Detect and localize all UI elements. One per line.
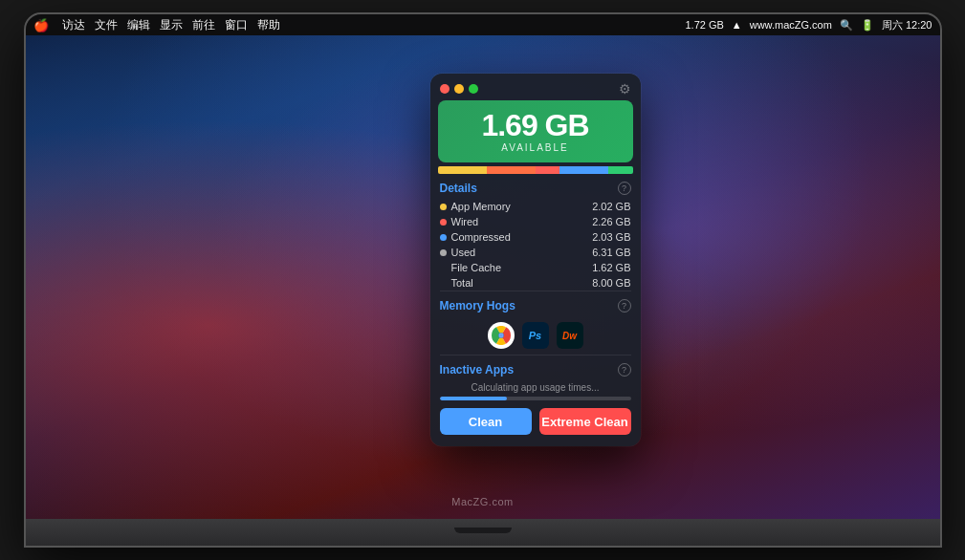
compressed-dot [440,234,447,241]
table-row: Used 6.31 GB [440,245,631,260]
maximize-button[interactable] [469,84,478,94]
table-row: App Memory 2.02 GB [440,199,631,214]
menubar-item-help[interactable]: 帮助 [257,17,280,33]
apple-icon[interactable]: 🍎 [33,18,49,32]
menubar-right: 1.72 GB ▲ www.macZG.com 🔍 🔋 周六 12:20 [685,18,932,32]
app-memory-value: 2.02 GB [592,201,630,212]
progress-fill [440,397,507,400]
calculating-text: Calculating app usage times... [430,380,641,397]
close-button[interactable] [440,84,450,94]
progress-track [440,397,631,400]
total-value: 8.00 GB [592,277,630,289]
button-row: Clean Extreme Clean [430,408,641,446]
extreme-clean-button[interactable]: Extreme Clean [539,408,631,435]
bar-green [608,166,633,174]
inactive-apps-help-icon[interactable]: ? [618,363,631,377]
progress-container [430,397,641,408]
hogs-icons: Ps Dw [430,316,641,355]
table-row: Total 8.00 GB [440,275,631,291]
menubar-time: 周六 12:20 [882,18,932,32]
screen: ⚙ 1.69 GB AVAILABLE Details ? [26,35,940,519]
chrome-app-icon[interactable] [488,322,515,349]
dreamweaver-app-icon[interactable]: Dw [557,322,583,349]
svg-point-5 [499,334,503,337]
menubar-item-goto[interactable]: 前往 [192,17,215,33]
app-memory-label: App Memory [440,201,511,212]
menubar-memory: 1.72 GB [685,19,723,31]
memory-label: AVAILABLE [448,142,624,153]
used-label: Used [440,247,476,258]
bar-red [536,166,560,174]
detail-rows: App Memory 2.02 GB Wired 2.26 GB Compres… [430,199,641,291]
menubar-battery-icon: 🔋 [861,19,874,32]
compressed-label: Compressed [440,231,511,243]
popup-titlebar: ⚙ [430,74,641,100]
wired-dot [440,219,447,226]
filecache-value: 1.62 GB [592,262,630,273]
filecache-label: File Cache [440,262,502,273]
memory-popup: ⚙ 1.69 GB AVAILABLE Details ? [430,74,641,446]
used-value: 6.31 GB [592,247,630,258]
memory-hogs-help-icon[interactable]: ? [618,299,631,312]
bar-blue [559,166,608,174]
details-help-icon[interactable]: ? [618,182,631,195]
gear-icon[interactable]: ⚙ [619,81,631,97]
total-label: Total [440,277,473,289]
memory-color-bar [438,166,633,174]
bar-orange [487,166,536,174]
photoshop-app-icon[interactable]: Ps [522,322,549,349]
menubar-search-icon[interactable]: 🔍 [840,19,853,32]
macbook-shell: 🍎 访达 文件 编辑 显示 前往 窗口 帮助 1.72 GB ▲ www.mac… [24,12,942,548]
table-row: File Cache 1.62 GB [440,260,631,275]
menubar-item-file[interactable]: 文件 [95,17,118,33]
traffic-lights [440,84,478,94]
bar-yellow [438,166,487,174]
menubar-item-finder[interactable]: 访达 [62,17,85,33]
memory-hogs-header: Memory Hogs ? [430,291,641,316]
table-row: Wired 2.26 GB [440,214,631,229]
used-dot [440,249,447,256]
inactive-apps-title: Inactive Apps [440,363,515,377]
details-header: Details ? [430,174,641,199]
trackpad-notch [454,528,512,533]
compressed-value: 2.03 GB [592,231,630,243]
memory-hogs-title: Memory Hogs [440,299,515,312]
menubar-wifi-icon: ▲ [732,19,742,31]
app-memory-dot [440,204,447,210]
menubar: 🍎 访达 文件 编辑 显示 前往 窗口 帮助 1.72 GB ▲ www.mac… [26,14,940,35]
table-row: Compressed 2.03 GB [440,229,631,245]
menubar-item-window[interactable]: 窗口 [225,17,248,33]
inactive-apps-header: Inactive Apps ? [430,355,641,380]
menubar-left: 🍎 访达 文件 编辑 显示 前往 窗口 帮助 [33,17,280,33]
menubar-item-edit[interactable]: 编辑 [127,17,150,33]
memory-amount: 1.69 GB [448,110,624,140]
memory-display: 1.69 GB AVAILABLE [438,100,633,162]
clean-button[interactable]: Clean [440,408,532,435]
wired-label: Wired [440,216,479,227]
menubar-item-display[interactable]: 显示 [160,17,183,33]
maczg-watermark: MacZG.com [451,496,513,507]
bottom-bezel [26,519,940,546]
menubar-url: www.macZG.com [750,19,832,31]
details-title: Details [440,182,477,195]
wired-value: 2.26 GB [592,216,630,227]
minimize-button[interactable] [454,84,464,94]
